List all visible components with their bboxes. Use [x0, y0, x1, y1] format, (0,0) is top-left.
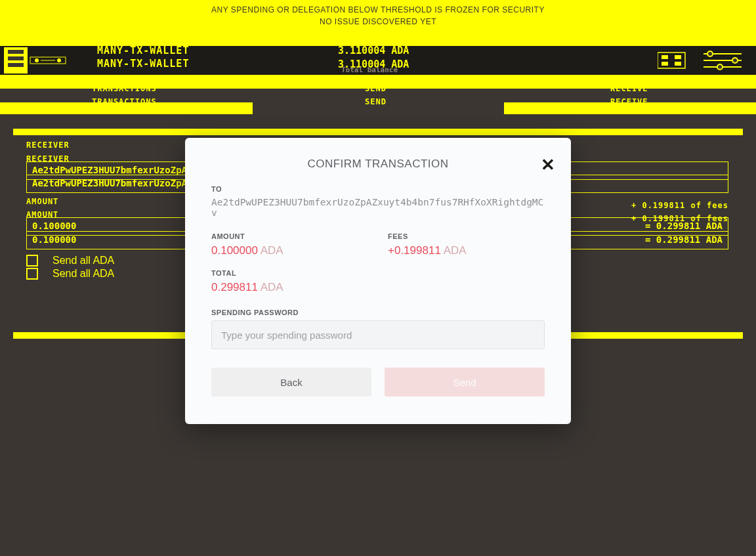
- modal-amount-value-line: 0.100000 ADA: [211, 244, 368, 257]
- modal-fees-value-line: +0.199811 ADA: [388, 244, 545, 257]
- spending-password-label: SPENDING PASSWORD: [211, 309, 545, 316]
- modal-total-label: TOTAL: [211, 269, 545, 277]
- send-button[interactable]: Send: [385, 368, 545, 396]
- modal-title: CONFIRM TRANSACTION: [211, 158, 545, 171]
- close-icon[interactable]: ✕: [541, 156, 555, 173]
- modal-overlay: CONFIRM TRANSACTION ✕ TO Ae2tdPwUPEZ3HUU…: [0, 0, 756, 556]
- modal-amount-label: AMOUNT: [211, 232, 368, 240]
- spending-password-input[interactable]: [211, 320, 545, 349]
- modal-total-value: 0.299811: [211, 281, 258, 293]
- confirm-transaction-modal: CONFIRM TRANSACTION ✕ TO Ae2tdPwUPEZ3HUU…: [185, 138, 571, 424]
- modal-amount-unit: ADA: [261, 244, 284, 257]
- back-button[interactable]: Back: [211, 368, 371, 396]
- modal-fees-unit: ADA: [444, 244, 467, 257]
- modal-amount-value: 0.100000: [211, 244, 258, 257]
- to-label: TO: [211, 185, 545, 193]
- modal-total-unit: ADA: [261, 281, 284, 293]
- modal-total-value-line: 0.299811 ADA: [211, 281, 545, 294]
- modal-fees-value: +0.199811: [388, 244, 441, 257]
- modal-fees-label: FEES: [388, 232, 545, 240]
- to-address: Ae2tdPwUPEZ3HUU7bmfexrUzoZpAZxuyt4b4bn7f…: [211, 197, 545, 218]
